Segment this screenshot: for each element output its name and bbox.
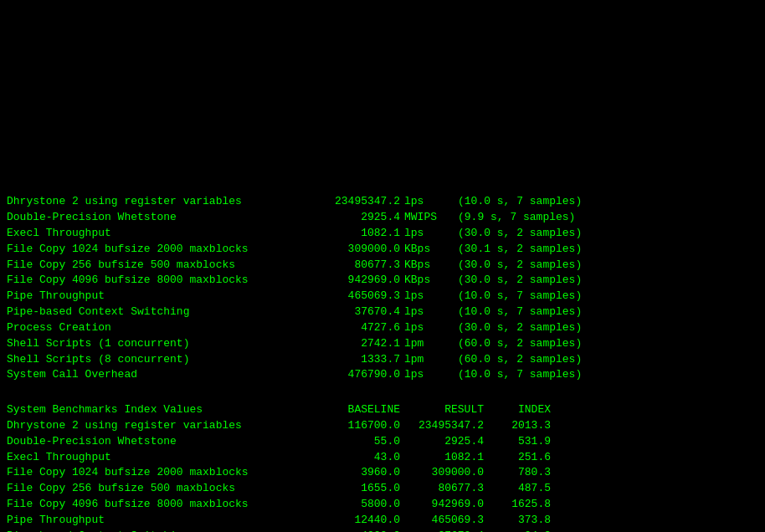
index-row: File Copy 1024 bufsize 2000 maxblocks396… [7, 465, 758, 481]
index-row-label: Dhrystone 2 using register variables [7, 418, 308, 434]
benchmark-extra: (10.0 s, 7 samples) [454, 194, 582, 210]
index-row: File Copy 256 bufsize 500 maxblocks 1655… [7, 481, 758, 497]
benchmark-label: Shell Scripts (1 concurrent) [7, 336, 308, 352]
index-row-index: 487.5 [484, 481, 551, 497]
benchmark-extra: (30.0 s, 2 samples) [454, 320, 582, 336]
index-header-row: System Benchmarks Index ValuesBASELINERE… [7, 402, 758, 418]
benchmark-unit: KBps [400, 273, 454, 289]
benchmark-label: Dhrystone 2 using register variables [7, 194, 308, 210]
benchmark-row: Execl Throughput 1082.1 lps (30.0 s, 2 s… [7, 226, 758, 242]
benchmark-extra: (30.1 s, 2 samples) [454, 242, 582, 258]
index-row: File Copy 4096 bufsize 8000 maxblocks580… [7, 497, 758, 513]
benchmark-value: 2742.1 [308, 336, 400, 352]
index-row-baseline: 4000.0 [308, 529, 400, 532]
index-row-label: Execl Throughput [7, 450, 308, 466]
index-row: Dhrystone 2 using register variables1167… [7, 418, 758, 434]
benchmark-unit: lps [400, 320, 454, 336]
benchmark-label: Double-Precision Whetstone [7, 210, 308, 226]
index-row-result: 23495347.2 [400, 418, 484, 434]
benchmark-unit: lps [400, 367, 454, 383]
benchmark-label: Execl Throughput [7, 226, 308, 242]
benchmark-value: 4727.6 [308, 320, 400, 336]
index-row-result: 2925.4 [400, 434, 484, 450]
benchmark-row: Dhrystone 2 using register variables2349… [7, 194, 758, 210]
benchmark-label: Pipe Throughput [7, 289, 308, 304]
benchmark-extra: (60.0 s, 2 samples) [454, 352, 582, 368]
index-row-index: 2013.3 [484, 418, 551, 434]
benchmark-extra: (60.0 s, 2 samples) [454, 336, 582, 352]
benchmark-label: System Call Overhead [7, 367, 308, 383]
index-row: Pipe Throughput 12440.0465069.3373.8 [7, 513, 758, 529]
index-row: Execl Throughput 43.01082.1251.6 [7, 450, 758, 466]
benchmark-unit: MWIPS [400, 210, 454, 226]
index-row: Double-Precision Whetstone 55.02925.4531… [7, 434, 758, 450]
index-row-label: Pipe-based Context Switching [7, 529, 308, 532]
index-row-label: File Copy 256 bufsize 500 maxblocks [7, 481, 308, 497]
index-row-label: File Copy 4096 bufsize 8000 maxblocks [7, 497, 308, 513]
benchmark-row: System Call Overhead 476790.0 lps (10.0 … [7, 367, 758, 383]
index-header-baseline: BASELINE [308, 402, 400, 418]
benchmark-row: File Copy 1024 bufsize 2000 maxblocks 30… [7, 242, 758, 258]
index-row-result: 465069.3 [400, 513, 484, 529]
benchmark-label: Pipe-based Context Switching [7, 304, 308, 320]
benchmark-row: Shell Scripts (8 concurrent) 1333.7 lpm … [7, 352, 758, 368]
benchmark-unit: lps [400, 194, 454, 210]
benchmark-label: Process Creation [7, 320, 308, 336]
index-header-label: System Benchmarks Index Values [7, 402, 308, 418]
benchmark-row: Pipe Throughput 465069.3 lps (10.0 s, 7 … [7, 289, 758, 304]
benchmark-extra: (30.0 s, 2 samples) [454, 258, 582, 274]
index-row-index: 1625.8 [484, 497, 551, 513]
benchmark-value: 309000.0 [308, 242, 400, 258]
benchmark-value: 37670.4 [308, 304, 400, 320]
benchmark-unit: lps [400, 304, 454, 320]
index-row-result: 309000.0 [400, 465, 484, 481]
benchmark-row: Process Creation 4727.6 lps (30.0 s, 2 s… [7, 320, 758, 336]
index-header-result: RESULT [400, 402, 484, 418]
benchmark-value: 1082.1 [308, 226, 400, 242]
index-row-result: 1082.1 [400, 450, 484, 466]
benchmark-label: File Copy 256 bufsize 500 maxblocks [7, 258, 308, 274]
benchmark-row: Shell Scripts (1 concurrent) 2742.1 lpm … [7, 336, 758, 352]
benchmark-row: File Copy 256 bufsize 500 maxblocks 8067… [7, 258, 758, 274]
benchmark-row: File Copy 4096 bufsize 8000 maxblocks 94… [7, 273, 758, 289]
benchmark-list: Dhrystone 2 using register variables2349… [7, 194, 758, 383]
benchmark-value: 1333.7 [308, 352, 400, 368]
index-section: System Benchmarks Index ValuesBASELINERE… [7, 402, 758, 532]
index-header-index: INDEX [484, 402, 551, 418]
index-row-baseline: 5800.0 [308, 497, 400, 513]
benchmark-value: 23495347.2 [308, 194, 400, 210]
benchmark-extra: (10.0 s, 7 samples) [454, 304, 582, 320]
benchmark-extra: (10.0 s, 7 samples) [454, 367, 582, 383]
benchmark-extra: (10.0 s, 7 samples) [454, 289, 582, 304]
index-row-baseline: 12440.0 [308, 513, 400, 529]
benchmark-unit: KBps [400, 242, 454, 258]
benchmark-unit: KBps [400, 258, 454, 274]
index-row-baseline: 3960.0 [308, 465, 400, 481]
index-row-index: 373.8 [484, 513, 551, 529]
benchmark-extra: (30.0 s, 2 samples) [454, 226, 582, 242]
index-row-label: File Copy 1024 bufsize 2000 maxblocks [7, 465, 308, 481]
index-row-baseline: 116700.0 [308, 418, 400, 434]
index-row-baseline: 55.0 [308, 434, 400, 450]
index-row-index: 94.2 [484, 529, 551, 532]
index-row-result: 37670.4 [400, 529, 484, 532]
index-row: Pipe-based Context Switching 4000.037670… [7, 529, 758, 532]
benchmark-label: File Copy 1024 bufsize 2000 maxblocks [7, 242, 308, 258]
index-row-index: 780.3 [484, 465, 551, 481]
benchmark-label: Shell Scripts (8 concurrent) [7, 352, 308, 368]
index-row-baseline: 1655.0 [308, 481, 400, 497]
benchmark-unit: lpm [400, 352, 454, 368]
index-row-baseline: 43.0 [308, 450, 400, 466]
benchmark-value: 2925.4 [308, 210, 400, 226]
terminal [7, 5, 758, 194]
index-row-label: Pipe Throughput [7, 513, 308, 529]
benchmark-row: Pipe-based Context Switching 37670.4 lps… [7, 304, 758, 320]
benchmark-unit: lps [400, 289, 454, 304]
benchmark-value: 80677.3 [308, 258, 400, 274]
index-row-result: 80677.3 [400, 481, 484, 497]
benchmark-unit: lpm [400, 336, 454, 352]
index-row-label: Double-Precision Whetstone [7, 434, 308, 450]
benchmark-value: 465069.3 [308, 289, 400, 304]
benchmark-value: 476790.0 [308, 367, 400, 383]
index-row-index: 531.9 [484, 434, 551, 450]
